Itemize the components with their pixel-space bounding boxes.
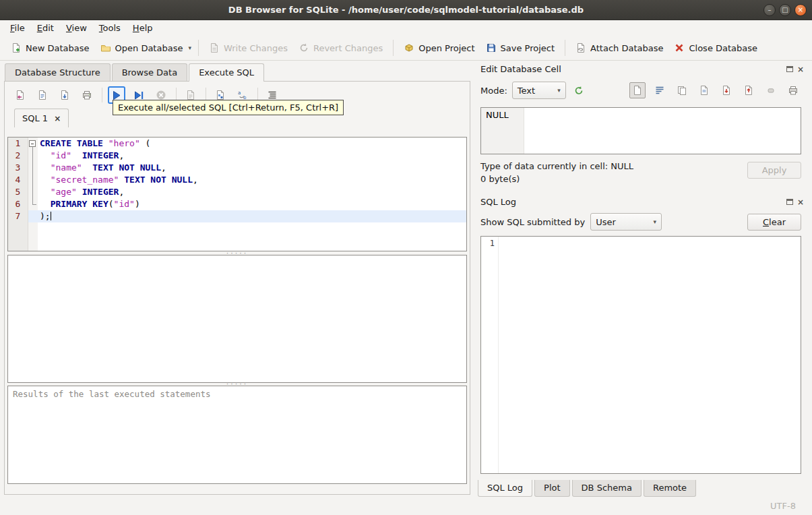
tab-execute-sql[interactable]: Execute SQL — [189, 63, 264, 82]
format-lines-icon — [267, 90, 278, 100]
paste-cell-button[interactable] — [696, 82, 712, 98]
results-grid-pane[interactable] — [7, 255, 467, 383]
export-icon — [743, 85, 754, 96]
log-filter-label: Show SQL submitted by — [480, 217, 585, 227]
export-results-icon — [185, 90, 196, 100]
write-changes-icon — [209, 42, 220, 53]
close-dock-icon[interactable]: × — [797, 198, 804, 206]
write-changes-button[interactable]: Write Changes — [204, 39, 293, 57]
minimize-icon: – — [768, 6, 772, 13]
open-project-icon — [404, 42, 414, 53]
close-dock-icon[interactable]: × — [797, 65, 804, 73]
edit-cell-toolbar: Mode: Text ▾ — [475, 76, 807, 103]
export-cell-data-button[interactable] — [741, 82, 757, 98]
editor-line[interactable]: 5 "age" INTEGER, — [8, 186, 466, 198]
tab-remote[interactable]: Remote — [644, 480, 696, 497]
fold-margin — [28, 210, 38, 222]
copy-cell-button[interactable] — [674, 82, 690, 98]
tab-sql-log[interactable]: SQL Log — [478, 480, 532, 497]
fold-margin — [28, 162, 38, 174]
editor-line[interactable]: 3 "name" TEXT NOT NULL, — [8, 162, 466, 174]
tab-browse-data[interactable]: Browse Data — [112, 63, 188, 82]
tab-db-schema[interactable]: DB Schema — [572, 480, 642, 497]
text-cursor — [51, 212, 51, 220]
menu-help[interactable]: Help — [127, 22, 159, 34]
text-document-icon — [632, 85, 643, 96]
clear-log-button[interactable]: Clear — [747, 214, 801, 231]
new-database-button[interactable]: New Database — [5, 39, 95, 57]
editor-empty-area[interactable] — [8, 222, 466, 251]
maximize-button[interactable]: □ — [779, 4, 791, 16]
log-filter-value: User — [596, 217, 616, 227]
printer-icon — [82, 90, 92, 100]
tab-close-icon[interactable]: × — [54, 114, 61, 123]
sql-document-tab[interactable]: SQL 1 × — [14, 109, 69, 127]
set-null-button[interactable] — [763, 82, 779, 98]
minimize-button[interactable]: – — [763, 4, 776, 16]
print-cell-button[interactable] — [785, 82, 801, 98]
open-database-button[interactable]: Open Database — [95, 39, 189, 57]
line-number: 6 — [8, 198, 28, 210]
open-project-button[interactable]: Open Project — [398, 39, 480, 57]
text-mode-button[interactable] — [629, 82, 646, 98]
open-database-icon — [100, 42, 111, 53]
save-sql-file-as-button[interactable] — [56, 86, 73, 104]
mode-select[interactable]: Text ▾ — [512, 82, 566, 99]
float-dock-icon[interactable] — [786, 66, 793, 72]
find-icon — [215, 90, 226, 100]
refresh-icon — [573, 85, 584, 96]
sql-log-filter-row: Show SQL submitted by User ▾ Clear — [475, 209, 807, 235]
log-filter-select[interactable]: User ▾ — [590, 213, 662, 231]
import-cell-data-button[interactable] — [718, 82, 735, 98]
open-sql-file-icon — [15, 90, 26, 100]
editor-line[interactable]: 4 "secret_name" TEXT NOT NULL, — [8, 174, 466, 186]
attach-database-button[interactable]: Attach Database — [570, 39, 668, 57]
revert-changes-button[interactable]: Revert Changes — [293, 39, 388, 57]
print-sql-button[interactable] — [78, 86, 96, 104]
editor-line[interactable]: 7); — [8, 210, 466, 222]
close-database-button[interactable]: Close Database — [668, 39, 763, 57]
fold-marker-icon[interactable] — [28, 138, 38, 150]
float-dock-icon[interactable] — [786, 199, 793, 205]
save-sql-file-button[interactable] — [34, 86, 51, 104]
save-project-button[interactable]: Save Project — [480, 39, 561, 57]
menu-tools[interactable]: Tools — [93, 22, 127, 34]
toolbar-separator — [198, 40, 199, 56]
results-placeholder: Results of the last executed statements — [8, 386, 466, 402]
editor-line[interactable]: 6 PRIMARY KEY("id") — [8, 198, 466, 210]
menu-view[interactable]: View — [60, 22, 93, 34]
sql-toolbar-separator — [102, 88, 102, 102]
cell-size-info: 0 byte(s) — [480, 173, 747, 185]
title-bar[interactable]: DB Browser for SQLite - /home/user/code/… — [0, 0, 812, 20]
toolbar-separator — [393, 40, 394, 56]
sql-log-view[interactable]: 1 — [480, 236, 801, 474]
menu-file[interactable]: File — [4, 22, 31, 34]
edit-cell-title: Edit Database Cell — [480, 64, 786, 74]
right-panel: Edit Database Cell × Mode: Text ▾ — [475, 62, 807, 497]
editor-line[interactable]: 2 "id" INTEGER, — [8, 150, 466, 162]
line-number: 3 — [8, 162, 28, 174]
sql-code-editor[interactable]: 1CREATE TABLE "hero" (2 "id" INTEGER,3 "… — [7, 137, 467, 251]
tab-database-structure[interactable]: Database Structure — [5, 63, 111, 82]
open-project-label: Open Project — [418, 43, 474, 53]
cell-value-editor[interactable]: NULL — [480, 107, 801, 154]
svg-text:a: a — [238, 90, 241, 96]
line-number: 2 — [8, 150, 28, 162]
menu-edit[interactable]: Edit — [31, 22, 60, 34]
stop-icon — [156, 90, 166, 100]
align-lines-icon — [654, 85, 665, 96]
paste-icon — [699, 85, 710, 96]
tab-plot[interactable]: Plot — [534, 480, 570, 497]
line-number: 5 — [8, 186, 28, 198]
editor-line[interactable]: 1CREATE TABLE "hero" ( — [8, 138, 466, 150]
execution-log-pane[interactable]: Results of the last executed statements — [7, 386, 467, 484]
apply-button[interactable]: Apply — [747, 162, 801, 179]
cell-edit-area[interactable] — [524, 108, 801, 154]
open-database-dropdown[interactable]: ▾ — [186, 41, 193, 55]
close-button[interactable]: × — [794, 4, 807, 16]
log-line-number: 1 — [481, 237, 499, 473]
line-number: 1 — [8, 138, 28, 150]
open-sql-file-button[interactable] — [11, 86, 29, 104]
word-wrap-button[interactable] — [652, 82, 668, 98]
autoformat-button[interactable] — [571, 82, 587, 98]
